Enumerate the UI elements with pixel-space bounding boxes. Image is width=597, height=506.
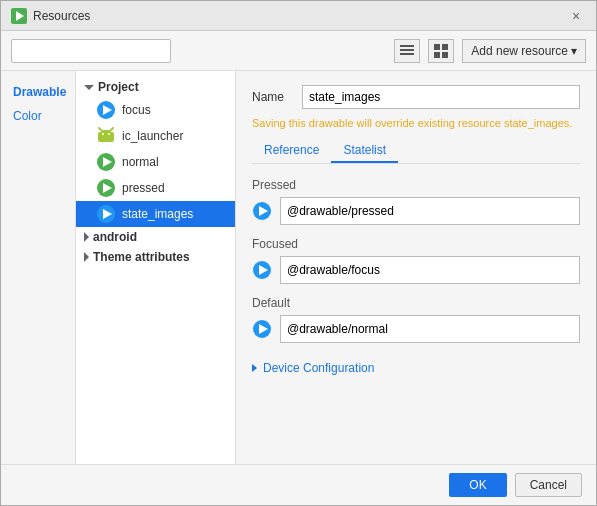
tree-group-project[interactable]: Project (76, 77, 235, 97)
resources-dialog: Resources × Add new resource ▾ (0, 0, 597, 506)
focused-state-icon (252, 260, 272, 280)
tree-item-state-images[interactable]: state_images (76, 201, 235, 227)
svg-rect-2 (400, 45, 414, 47)
pressed-state-icon (252, 201, 272, 221)
normal-label: normal (122, 155, 159, 169)
ok-button[interactable]: OK (449, 473, 506, 497)
focused-state-section: Focused (252, 237, 580, 284)
tree-item-normal[interactable]: normal (76, 149, 235, 175)
device-config-expand-icon (252, 364, 257, 372)
default-state-input[interactable] (280, 315, 580, 343)
pressed-state-input-row (252, 197, 580, 225)
project-expand-icon (84, 85, 94, 90)
default-state-section: Default (252, 296, 580, 343)
android-expand-icon (84, 232, 89, 242)
svg-point-16 (108, 133, 110, 135)
default-state-icon (252, 319, 272, 339)
sidebar-color-label: Color (13, 109, 42, 123)
default-state-input-row (252, 315, 580, 343)
focus-label: focus (122, 103, 151, 117)
list-view-button[interactable] (394, 39, 420, 63)
tree-panel: Project focus (76, 71, 236, 464)
state-images-label: state_images (122, 207, 193, 221)
title-bar-left: Resources (11, 8, 90, 24)
pressed-icon (96, 178, 116, 198)
device-config-label: Device Configuration (263, 361, 374, 375)
sidebar-item-drawable[interactable]: Drawable (1, 81, 75, 103)
sidebar-item-color[interactable]: Color (1, 105, 75, 127)
tab-statelist[interactable]: Statelist (331, 139, 398, 163)
grid-view-button[interactable] (428, 39, 454, 63)
svg-rect-3 (400, 49, 414, 51)
tab-reference[interactable]: Reference (252, 139, 331, 163)
close-button[interactable]: × (566, 6, 586, 26)
theme-attributes-group-label: Theme attributes (93, 250, 190, 264)
title-bar: Resources × (1, 1, 596, 31)
svg-rect-8 (442, 52, 448, 58)
pressed-label: pressed (122, 181, 165, 195)
ic-launcher-label: ic_launcher (122, 129, 183, 143)
focused-state-input[interactable] (280, 256, 580, 284)
toolbar: Add new resource ▾ (1, 31, 596, 71)
android-group-label: android (93, 230, 137, 244)
search-input[interactable] (11, 39, 171, 63)
tab-bar: Reference Statelist (252, 139, 580, 164)
theme-attributes-expand-icon (84, 252, 89, 262)
pressed-state-section: Pressed (252, 178, 580, 225)
tree-item-ic-launcher[interactable]: ic_launcher (76, 123, 235, 149)
tree-item-pressed[interactable]: pressed (76, 175, 235, 201)
svg-point-15 (102, 133, 104, 135)
add-resource-button[interactable]: Add new resource ▾ (462, 39, 586, 63)
name-field-label: Name (252, 90, 292, 104)
name-field-row: Name (252, 85, 580, 109)
tab-statelist-label: Statelist (343, 143, 386, 157)
project-group-label: Project (98, 80, 139, 94)
tree-item-focus[interactable]: focus (76, 97, 235, 123)
focused-state-input-row (252, 256, 580, 284)
tree-group-android[interactable]: android (76, 227, 235, 247)
warning-message: Saving this drawable will override exist… (252, 117, 580, 129)
sidebar-drawable-label: Drawable (13, 85, 66, 99)
normal-icon (96, 152, 116, 172)
device-configuration-row[interactable]: Device Configuration (252, 355, 580, 381)
state-images-icon (96, 204, 116, 224)
svg-rect-5 (434, 44, 440, 50)
pressed-state-label: Pressed (252, 178, 580, 192)
sidebar: Drawable Color (1, 71, 76, 464)
tree-group-theme-attributes[interactable]: Theme attributes (76, 247, 235, 267)
content-area: Drawable Color Project focus (1, 71, 596, 464)
add-resource-label: Add new resource (471, 44, 568, 58)
resources-title-icon (11, 8, 27, 24)
dropdown-arrow-icon: ▾ (571, 44, 577, 58)
ic-launcher-icon (96, 126, 116, 146)
cancel-button[interactable]: Cancel (515, 473, 582, 497)
footer: OK Cancel (1, 464, 596, 505)
svg-rect-7 (434, 52, 440, 58)
grid-view-icon (434, 44, 448, 58)
focused-state-label: Focused (252, 237, 580, 251)
detail-panel: Name Saving this drawable will override … (236, 71, 596, 464)
focus-icon (96, 100, 116, 120)
svg-rect-6 (442, 44, 448, 50)
list-view-icon (400, 44, 414, 58)
svg-line-13 (99, 128, 101, 130)
name-field-input[interactable] (302, 85, 580, 109)
tab-reference-label: Reference (264, 143, 319, 157)
svg-rect-4 (400, 53, 414, 55)
pressed-state-input[interactable] (280, 197, 580, 225)
svg-line-14 (111, 128, 113, 130)
default-state-label: Default (252, 296, 580, 310)
dialog-title: Resources (33, 9, 90, 23)
